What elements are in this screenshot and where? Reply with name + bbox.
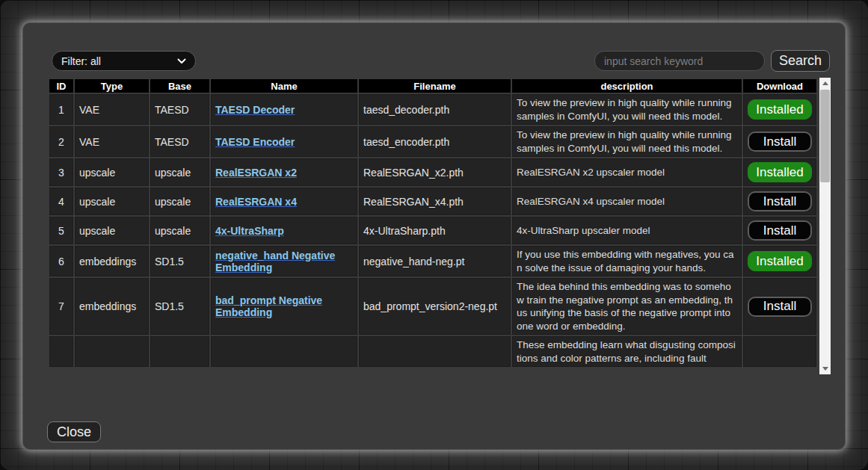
cell-type: upscale bbox=[75, 217, 149, 244]
cell-base: TAESD bbox=[150, 94, 209, 125]
cell-download: Install bbox=[743, 188, 816, 215]
models-table: IDTypeBaseNameFilenamedescriptionDownloa… bbox=[48, 78, 818, 368]
table-row: 6 embeddings SD1.5 negative_hand Negativ… bbox=[49, 246, 816, 276]
graph-grid-canvas: Filter: all Search IDTypeBaseNameFilenam… bbox=[0, 0, 868, 470]
table-row: 5 upscale upscale 4x-UltraSharp 4x-Ultra… bbox=[49, 217, 816, 244]
scrollbar-thumb[interactable] bbox=[820, 90, 830, 182]
cell-id: 6 bbox=[49, 246, 73, 276]
cell-type: embeddings bbox=[75, 278, 149, 335]
cell-type bbox=[75, 336, 149, 367]
install-button[interactable]: Install bbox=[748, 220, 812, 241]
cell-name: TAESD Encoder bbox=[211, 126, 357, 157]
cell-download bbox=[743, 336, 816, 367]
search-button[interactable]: Search bbox=[771, 50, 830, 72]
table-row: 4 upscale upscale RealESRGAN x4 RealESRG… bbox=[49, 188, 816, 215]
cell-name: bad_prompt Negative Embedding bbox=[211, 278, 357, 335]
cell-base: upscale bbox=[150, 188, 209, 215]
table-row: These embedding learn what disgusting co… bbox=[49, 336, 816, 367]
cell-filename bbox=[359, 336, 511, 367]
install-button[interactable]: Install bbox=[748, 191, 812, 211]
filter-select-value: Filter: all bbox=[61, 55, 101, 67]
cell-download: Installed bbox=[743, 94, 816, 125]
cell-id: 7 bbox=[49, 278, 73, 335]
cell-filename: taesd_encoder.pth bbox=[359, 126, 511, 157]
cell-description: These embedding learn what disgusting co… bbox=[512, 336, 742, 367]
cell-download: Installed bbox=[743, 158, 816, 186]
cell-description: To view the preview in high quality whil… bbox=[512, 94, 742, 125]
models-table-container: IDTypeBaseNameFilenamedescriptionDownloa… bbox=[48, 78, 831, 374]
table-scrollbar[interactable] bbox=[819, 78, 831, 374]
model-name-link[interactable]: RealESRGAN x4 bbox=[215, 196, 297, 208]
column-header-id: ID bbox=[49, 79, 73, 93]
chevron-down-icon bbox=[177, 58, 186, 64]
column-header-type: Type bbox=[75, 79, 149, 93]
model-name-link[interactable]: TAESD Encoder bbox=[215, 136, 295, 148]
cell-id: 1 bbox=[49, 94, 73, 125]
table-row: 1 VAE TAESD TAESD Decoder taesd_decoder.… bbox=[49, 94, 816, 125]
cell-type: upscale bbox=[75, 188, 149, 215]
cell-download: Installed bbox=[743, 246, 816, 276]
install-button[interactable]: Install bbox=[748, 297, 812, 317]
search-input[interactable] bbox=[594, 51, 765, 71]
cell-base bbox=[150, 336, 209, 367]
cell-id: 4 bbox=[49, 188, 73, 215]
cell-id bbox=[49, 336, 73, 367]
cell-type: upscale bbox=[75, 158, 149, 186]
table-header-row: IDTypeBaseNameFilenamedescriptionDownloa… bbox=[49, 79, 816, 93]
column-header-download: Download bbox=[743, 79, 816, 93]
cell-description: RealESRGAN x2 upscaler model bbox=[512, 158, 742, 186]
cell-name: TAESD Decoder bbox=[211, 94, 357, 125]
cell-type: VAE bbox=[75, 94, 149, 125]
cell-id: 5 bbox=[49, 217, 73, 244]
cell-description: The idea behind this embedding was to so… bbox=[512, 278, 742, 335]
model-name-link[interactable]: TAESD Decoder bbox=[215, 104, 295, 116]
model-name-link[interactable]: bad_prompt Negative Embedding bbox=[215, 294, 322, 318]
cell-filename: RealESRGAN_x2.pth bbox=[359, 158, 511, 186]
cell-filename: taesd_decoder.pth bbox=[359, 94, 511, 125]
cell-id: 2 bbox=[49, 126, 73, 157]
cell-base: TAESD bbox=[150, 126, 209, 157]
cell-name: RealESRGAN x4 bbox=[211, 188, 357, 215]
scroll-down-arrow-icon[interactable] bbox=[819, 363, 831, 374]
cell-type: VAE bbox=[75, 126, 149, 157]
model-name-link[interactable]: negative_hand Negative Embedding bbox=[215, 250, 335, 273]
cell-id: 3 bbox=[49, 158, 73, 186]
cell-filename: negative_hand-neg.pt bbox=[359, 246, 511, 276]
scroll-up-arrow-icon[interactable] bbox=[819, 78, 831, 89]
install-button[interactable]: Installed bbox=[748, 99, 812, 120]
cell-description: RealESRGAN x4 upscaler model bbox=[512, 188, 742, 215]
install-button[interactable]: Installed bbox=[748, 251, 812, 271]
table-row: 7 embeddings SD1.5 bad_prompt Negative E… bbox=[49, 278, 816, 335]
cell-description: 4x-UltraSharp upscaler model bbox=[512, 217, 742, 244]
cell-filename: RealESRGAN_x4.pth bbox=[359, 188, 511, 215]
cell-description: If you use this embedding with negatives… bbox=[512, 246, 742, 276]
cell-name: RealESRGAN x2 bbox=[211, 158, 357, 186]
cell-base: upscale bbox=[150, 217, 209, 244]
filter-select[interactable]: Filter: all bbox=[52, 51, 196, 71]
table-row: 3 upscale upscale RealESRGAN x2 RealESRG… bbox=[49, 158, 816, 186]
cell-type: embeddings bbox=[75, 246, 149, 276]
column-header-filename: Filename bbox=[359, 79, 511, 93]
column-header-description: description bbox=[512, 79, 742, 93]
install-button[interactable]: Install bbox=[748, 132, 812, 152]
cell-download: Install bbox=[743, 126, 816, 157]
model-name-link[interactable]: 4x-UltraSharp bbox=[215, 225, 284, 237]
cell-description: To view the preview in high quality whil… bbox=[512, 126, 742, 157]
cell-base: SD1.5 bbox=[150, 278, 209, 335]
close-button[interactable]: Close bbox=[47, 421, 101, 442]
install-models-dialog: Filter: all Search IDTypeBaseNameFilenam… bbox=[22, 22, 846, 450]
table-row: 2 VAE TAESD TAESD Encoder taesd_encoder.… bbox=[49, 126, 816, 157]
cell-download: Install bbox=[743, 217, 816, 244]
install-button[interactable]: Installed bbox=[748, 162, 812, 182]
cell-filename: bad_prompt_version2-neg.pt bbox=[359, 278, 511, 335]
cell-base: upscale bbox=[150, 158, 209, 186]
cell-filename: 4x-UltraSharp.pth bbox=[359, 217, 511, 244]
model-name-link[interactable]: RealESRGAN x2 bbox=[215, 167, 297, 179]
column-header-base: Base bbox=[150, 79, 209, 93]
cell-name: 4x-UltraSharp bbox=[211, 217, 357, 244]
cell-download: Install bbox=[743, 278, 816, 335]
cell-name: negative_hand Negative Embedding bbox=[211, 246, 357, 276]
column-header-name: Name bbox=[211, 79, 357, 93]
cell-base: SD1.5 bbox=[150, 246, 209, 276]
cell-name bbox=[211, 336, 357, 367]
